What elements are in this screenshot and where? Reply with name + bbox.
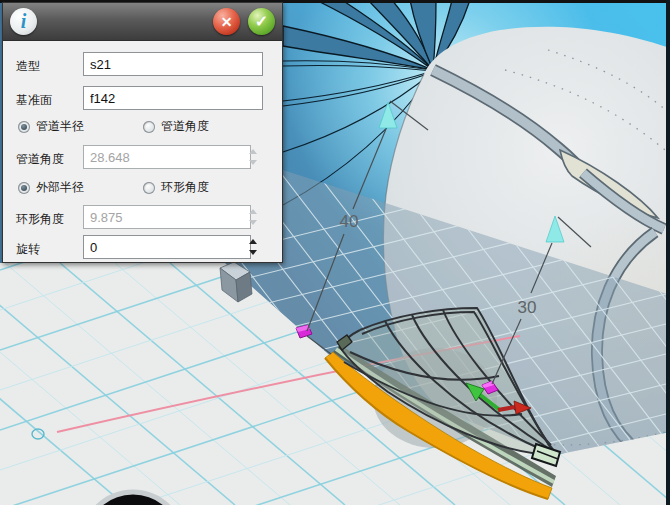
dialog-titlebar[interactable]: i ✕ ✓ <box>3 3 282 41</box>
radio-outer-radius[interactable]: 外部半径 <box>18 179 84 196</box>
rotation-spinbox[interactable] <box>83 235 263 259</box>
base-plane-label: 基准面 <box>16 92 52 109</box>
radio-ring-angle-label: 环形角度 <box>161 179 209 196</box>
base-plane-input[interactable] <box>83 86 263 110</box>
spin-down-icon[interactable] <box>249 160 257 165</box>
spin-up-icon[interactable] <box>249 149 257 154</box>
torus-properties-dialog: i ✕ ✓ 造型 基准面 管道半径 管道角度 管道角度 <box>2 2 283 263</box>
rotation-input[interactable] <box>83 235 251 259</box>
dimension-30-label: 30 <box>518 298 537 317</box>
radio-pipe-radius[interactable]: 管道半径 <box>18 118 84 135</box>
shape-label: 造型 <box>16 58 40 75</box>
radio-ring-angle[interactable]: 环形角度 <box>143 179 209 196</box>
cad-application-window: 40 30 i ✕ ✓ 造型 基准面 管道半径 管道 <box>0 0 670 505</box>
radio-outer-radius-label: 外部半径 <box>36 179 84 196</box>
radio-pipe-angle[interactable]: 管道角度 <box>143 118 209 135</box>
spin-down-icon[interactable] <box>249 250 257 255</box>
ring-angle-spinbox[interactable] <box>83 205 263 229</box>
dimension-40-label: 40 <box>340 212 359 231</box>
pipe-angle-label: 管道角度 <box>16 151 64 168</box>
shape-input[interactable] <box>83 52 263 76</box>
spinner-arrows[interactable] <box>248 238 258 256</box>
radio-circle[interactable] <box>143 182 155 194</box>
pipe-angle-spinbox[interactable] <box>83 145 263 169</box>
frame-right <box>666 0 670 505</box>
radio-pipe-angle-label: 管道角度 <box>161 118 209 135</box>
cancel-button[interactable]: ✕ <box>213 8 240 35</box>
radio-circle[interactable] <box>18 182 30 194</box>
radio-pipe-radius-label: 管道半径 <box>36 118 84 135</box>
rotation-label: 旋转 <box>16 241 40 258</box>
pipe-angle-input[interactable] <box>83 145 251 169</box>
spin-down-icon[interactable] <box>249 220 257 225</box>
spinner-arrows[interactable] <box>248 208 258 226</box>
ring-angle-label: 环形角度 <box>16 211 64 228</box>
radio-circle[interactable] <box>143 121 155 133</box>
info-icon: i <box>10 8 37 35</box>
spin-up-icon[interactable] <box>249 239 257 244</box>
ring-angle-input[interactable] <box>83 205 251 229</box>
radio-circle[interactable] <box>18 121 30 133</box>
spinner-arrows[interactable] <box>248 148 258 166</box>
spin-up-icon[interactable] <box>249 209 257 214</box>
confirm-button[interactable]: ✓ <box>248 8 275 35</box>
